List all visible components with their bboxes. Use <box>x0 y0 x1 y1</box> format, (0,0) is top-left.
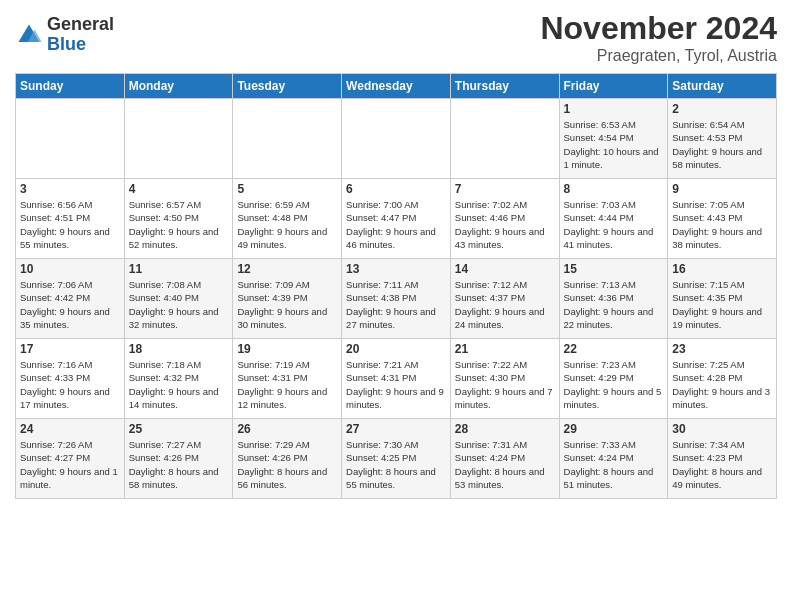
day-number: 1 <box>564 102 664 116</box>
day-info: Sunrise: 7:03 AM Sunset: 4:44 PM Dayligh… <box>564 198 664 251</box>
calendar-week-2: 10Sunrise: 7:06 AM Sunset: 4:42 PM Dayli… <box>16 259 777 339</box>
day-info: Sunrise: 6:53 AM Sunset: 4:54 PM Dayligh… <box>564 118 664 171</box>
day-number: 17 <box>20 342 120 356</box>
day-info: Sunrise: 7:16 AM Sunset: 4:33 PM Dayligh… <box>20 358 120 411</box>
day-info: Sunrise: 7:19 AM Sunset: 4:31 PM Dayligh… <box>237 358 337 411</box>
day-number: 18 <box>129 342 229 356</box>
calendar-cell: 4Sunrise: 6:57 AM Sunset: 4:50 PM Daylig… <box>124 179 233 259</box>
calendar-cell: 18Sunrise: 7:18 AM Sunset: 4:32 PM Dayli… <box>124 339 233 419</box>
calendar-cell: 6Sunrise: 7:00 AM Sunset: 4:47 PM Daylig… <box>342 179 451 259</box>
calendar-cell: 26Sunrise: 7:29 AM Sunset: 4:26 PM Dayli… <box>233 419 342 499</box>
day-number: 30 <box>672 422 772 436</box>
calendar-cell: 1Sunrise: 6:53 AM Sunset: 4:54 PM Daylig… <box>559 99 668 179</box>
calendar-cell: 10Sunrise: 7:06 AM Sunset: 4:42 PM Dayli… <box>16 259 125 339</box>
day-number: 29 <box>564 422 664 436</box>
day-number: 11 <box>129 262 229 276</box>
calendar-cell: 12Sunrise: 7:09 AM Sunset: 4:39 PM Dayli… <box>233 259 342 339</box>
col-wednesday: Wednesday <box>342 74 451 99</box>
day-number: 5 <box>237 182 337 196</box>
day-number: 12 <box>237 262 337 276</box>
day-number: 8 <box>564 182 664 196</box>
calendar-cell: 16Sunrise: 7:15 AM Sunset: 4:35 PM Dayli… <box>668 259 777 339</box>
calendar-week-4: 24Sunrise: 7:26 AM Sunset: 4:27 PM Dayli… <box>16 419 777 499</box>
col-friday: Friday <box>559 74 668 99</box>
calendar-week-0: 1Sunrise: 6:53 AM Sunset: 4:54 PM Daylig… <box>16 99 777 179</box>
day-info: Sunrise: 7:26 AM Sunset: 4:27 PM Dayligh… <box>20 438 120 491</box>
calendar-cell: 7Sunrise: 7:02 AM Sunset: 4:46 PM Daylig… <box>450 179 559 259</box>
title-block: November 2024 Praegraten, Tyrol, Austria <box>540 10 777 65</box>
calendar-cell: 30Sunrise: 7:34 AM Sunset: 4:23 PM Dayli… <box>668 419 777 499</box>
calendar-cell: 2Sunrise: 6:54 AM Sunset: 4:53 PM Daylig… <box>668 99 777 179</box>
day-info: Sunrise: 7:00 AM Sunset: 4:47 PM Dayligh… <box>346 198 446 251</box>
day-number: 27 <box>346 422 446 436</box>
location: Praegraten, Tyrol, Austria <box>540 47 777 65</box>
day-info: Sunrise: 6:54 AM Sunset: 4:53 PM Dayligh… <box>672 118 772 171</box>
calendar-cell: 14Sunrise: 7:12 AM Sunset: 4:37 PM Dayli… <box>450 259 559 339</box>
day-info: Sunrise: 6:57 AM Sunset: 4:50 PM Dayligh… <box>129 198 229 251</box>
day-number: 15 <box>564 262 664 276</box>
day-number: 19 <box>237 342 337 356</box>
day-number: 13 <box>346 262 446 276</box>
day-number: 16 <box>672 262 772 276</box>
col-saturday: Saturday <box>668 74 777 99</box>
day-info: Sunrise: 7:13 AM Sunset: 4:36 PM Dayligh… <box>564 278 664 331</box>
day-number: 20 <box>346 342 446 356</box>
day-info: Sunrise: 7:33 AM Sunset: 4:24 PM Dayligh… <box>564 438 664 491</box>
col-tuesday: Tuesday <box>233 74 342 99</box>
calendar-cell <box>16 99 125 179</box>
calendar-cell: 28Sunrise: 7:31 AM Sunset: 4:24 PM Dayli… <box>450 419 559 499</box>
calendar-week-1: 3Sunrise: 6:56 AM Sunset: 4:51 PM Daylig… <box>16 179 777 259</box>
day-info: Sunrise: 7:18 AM Sunset: 4:32 PM Dayligh… <box>129 358 229 411</box>
calendar-cell: 27Sunrise: 7:30 AM Sunset: 4:25 PM Dayli… <box>342 419 451 499</box>
day-info: Sunrise: 7:05 AM Sunset: 4:43 PM Dayligh… <box>672 198 772 251</box>
calendar-cell: 5Sunrise: 6:59 AM Sunset: 4:48 PM Daylig… <box>233 179 342 259</box>
calendar-cell: 8Sunrise: 7:03 AM Sunset: 4:44 PM Daylig… <box>559 179 668 259</box>
header: General Blue November 2024 Praegraten, T… <box>15 10 777 65</box>
logo: General Blue <box>15 15 114 55</box>
calendar-cell <box>342 99 451 179</box>
calendar-table: Sunday Monday Tuesday Wednesday Thursday… <box>15 73 777 499</box>
calendar-cell: 3Sunrise: 6:56 AM Sunset: 4:51 PM Daylig… <box>16 179 125 259</box>
day-number: 3 <box>20 182 120 196</box>
col-monday: Monday <box>124 74 233 99</box>
logo-line2: Blue <box>47 34 86 54</box>
day-number: 21 <box>455 342 555 356</box>
calendar-cell <box>450 99 559 179</box>
day-number: 26 <box>237 422 337 436</box>
day-info: Sunrise: 7:31 AM Sunset: 4:24 PM Dayligh… <box>455 438 555 491</box>
calendar-cell: 21Sunrise: 7:22 AM Sunset: 4:30 PM Dayli… <box>450 339 559 419</box>
day-info: Sunrise: 7:22 AM Sunset: 4:30 PM Dayligh… <box>455 358 555 411</box>
day-info: Sunrise: 7:30 AM Sunset: 4:25 PM Dayligh… <box>346 438 446 491</box>
calendar-cell: 13Sunrise: 7:11 AM Sunset: 4:38 PM Dayli… <box>342 259 451 339</box>
month-title: November 2024 <box>540 10 777 47</box>
day-info: Sunrise: 7:29 AM Sunset: 4:26 PM Dayligh… <box>237 438 337 491</box>
header-row: Sunday Monday Tuesday Wednesday Thursday… <box>16 74 777 99</box>
day-number: 28 <box>455 422 555 436</box>
day-info: Sunrise: 7:09 AM Sunset: 4:39 PM Dayligh… <box>237 278 337 331</box>
day-info: Sunrise: 6:56 AM Sunset: 4:51 PM Dayligh… <box>20 198 120 251</box>
day-info: Sunrise: 7:06 AM Sunset: 4:42 PM Dayligh… <box>20 278 120 331</box>
calendar-cell: 20Sunrise: 7:21 AM Sunset: 4:31 PM Dayli… <box>342 339 451 419</box>
day-info: Sunrise: 7:21 AM Sunset: 4:31 PM Dayligh… <box>346 358 446 411</box>
col-thursday: Thursday <box>450 74 559 99</box>
day-info: Sunrise: 7:08 AM Sunset: 4:40 PM Dayligh… <box>129 278 229 331</box>
day-info: Sunrise: 7:02 AM Sunset: 4:46 PM Dayligh… <box>455 198 555 251</box>
day-number: 9 <box>672 182 772 196</box>
calendar-cell <box>233 99 342 179</box>
day-number: 23 <box>672 342 772 356</box>
day-number: 25 <box>129 422 229 436</box>
day-info: Sunrise: 6:59 AM Sunset: 4:48 PM Dayligh… <box>237 198 337 251</box>
calendar-cell: 19Sunrise: 7:19 AM Sunset: 4:31 PM Dayli… <box>233 339 342 419</box>
calendar-cell: 24Sunrise: 7:26 AM Sunset: 4:27 PM Dayli… <box>16 419 125 499</box>
calendar-cell: 15Sunrise: 7:13 AM Sunset: 4:36 PM Dayli… <box>559 259 668 339</box>
day-number: 14 <box>455 262 555 276</box>
day-info: Sunrise: 7:25 AM Sunset: 4:28 PM Dayligh… <box>672 358 772 411</box>
logo-icon <box>15 21 43 49</box>
calendar-cell: 23Sunrise: 7:25 AM Sunset: 4:28 PM Dayli… <box>668 339 777 419</box>
day-info: Sunrise: 7:15 AM Sunset: 4:35 PM Dayligh… <box>672 278 772 331</box>
day-info: Sunrise: 7:23 AM Sunset: 4:29 PM Dayligh… <box>564 358 664 411</box>
logo-line1: General <box>47 14 114 34</box>
day-info: Sunrise: 7:34 AM Sunset: 4:23 PM Dayligh… <box>672 438 772 491</box>
calendar-cell: 29Sunrise: 7:33 AM Sunset: 4:24 PM Dayli… <box>559 419 668 499</box>
col-sunday: Sunday <box>16 74 125 99</box>
